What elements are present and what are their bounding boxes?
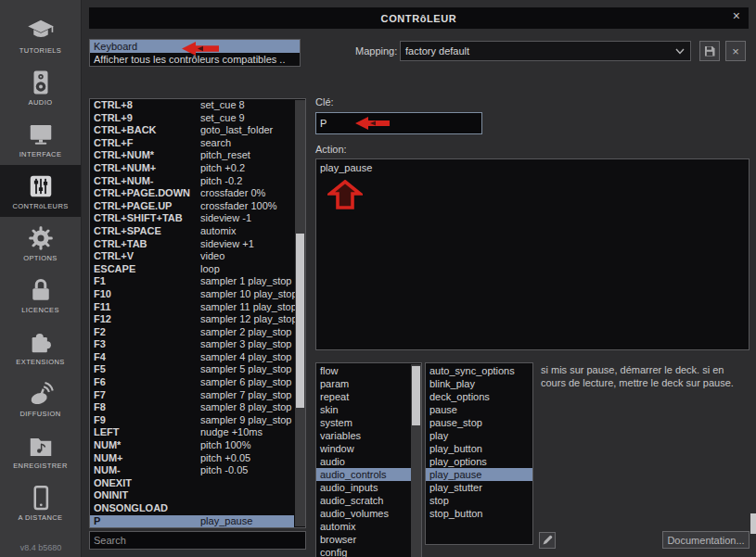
shortcut-row[interactable]: CTRL+NUM*pitch_reset [90,149,294,162]
scrollbar-thumb[interactable] [296,234,304,408]
key-input[interactable] [315,112,482,134]
action-name-row[interactable]: deck_options [426,390,532,403]
action-script-editor[interactable]: play_pause [315,158,750,350]
sidebar-item-options[interactable]: OPTIONS [0,217,81,269]
category-row[interactable]: window [316,442,411,455]
action-script-text: play_pause [320,162,372,173]
broadcast-icon [27,380,55,408]
shortcut-list: CTRL+8set_cue 8CTRL+9set_cue 9CTRL+BACKg… [89,98,306,528]
shortcut-row[interactable]: CTRL+SHIFT+TABsideview -1 [90,212,294,225]
shortcut-row[interactable]: CTRL+9set_cue 9 [90,112,294,125]
app-version: v8.4 b5680 [0,543,82,552]
shortcut-row[interactable]: F9sampler 9 play_stop [90,414,294,427]
category-row[interactable]: audio_scratch [316,494,411,507]
action-name-row[interactable]: blink_play [426,377,532,390]
category-row[interactable]: browser [316,533,411,546]
category-row[interactable]: audio [316,455,411,468]
shortcut-row[interactable]: F3sampler 3 play_stop [90,338,294,351]
category-row[interactable]: config [316,546,411,557]
sidebar-item-a-distance[interactable]: A DISTANCE [0,476,81,528]
shortcut-row[interactable]: CTRL+8set_cue 8 [90,99,294,112]
category-row[interactable]: automix [316,520,411,533]
action-name-row[interactable]: pause [426,403,532,416]
shortcut-row[interactable]: CTRL+Fsearch [90,137,294,150]
shortcut-row[interactable]: F6sampler 6 play_stop [90,376,294,389]
action-name-row[interactable]: stop_button [426,507,532,520]
controller-item-show-all[interactable]: Afficher tous les contrôleurs compatible… [90,53,300,66]
category-row[interactable]: repeat [316,390,411,403]
shortcut-row[interactable]: F2sampler 2 play_stop [90,326,294,339]
shortcut-row[interactable]: F11sampler 11 play_stop [90,301,294,314]
category-row[interactable]: param [316,377,411,390]
controller-list: Keyboard Afficher tous les contrôleurs c… [89,39,301,67]
sidebar-item-label: A DISTANCE [18,513,62,522]
category-row[interactable]: audio_inputs [316,481,411,494]
shortcut-row[interactable]: CTRL+NUM+pitch +0.2 [90,162,294,175]
shortcut-row[interactable]: CTRL+TABsideview +1 [90,238,294,251]
clipped-edge-element [750,513,756,534]
shortcut-row[interactable]: F12sampler 12 play_stop [90,313,294,326]
shortcut-row[interactable]: F8sampler 8 play_stop [90,401,294,414]
edit-action-button[interactable] [539,532,556,549]
sidebar-item-tutoriels[interactable]: TUTORIELS [0,9,81,61]
action-name-row[interactable]: play_pause [426,468,532,481]
shortcut-row[interactable]: ONINIT [90,489,294,502]
controller-item-keyboard[interactable]: Keyboard [90,40,300,53]
shortcut-row[interactable]: F10sampler 10 play_stop [90,288,294,301]
mapping-select[interactable]: factory default [400,41,691,61]
sidebar-item-enregistrer[interactable]: ENREGISTRER [0,424,81,476]
sidebar-item-extensions[interactable]: EXTENSIONS [0,321,81,373]
sidebar-item-audio[interactable]: AUDIO [0,61,81,113]
close-icon: × [732,44,739,58]
shortcut-row[interactable]: NUM+pitch +0.05 [90,452,294,465]
shortcut-row[interactable]: F7sampler 7 play_stop [90,389,294,402]
save-mapping-button[interactable] [699,41,720,61]
category-row[interactable]: variables [316,429,411,442]
shortcut-row[interactable]: CTRL+PAGE.UPcrossfader 100% [90,200,294,213]
sidebar-item-controleurs[interactable]: CONTRôLEURS [0,165,81,217]
action-name-row[interactable]: play_button [426,442,532,455]
shortcut-row[interactable]: ONEXIT [90,477,294,490]
category-row[interactable]: audio_volumes [316,507,411,520]
shortcut-row[interactable]: CTRL+PAGE.DOWNcrossfader 0% [90,187,294,200]
category-row[interactable]: audio_controls [316,468,411,481]
close-icon[interactable]: × [733,8,740,23]
shortcut-row[interactable]: NUM*pitch 100% [90,439,294,452]
shortcut-row[interactable]: LEFTnudge +10ms [90,426,294,439]
sidebar-item-diffusion[interactable]: DIFFUSION [0,373,81,424]
shortcut-row[interactable]: F1sampler 1 play_stop [90,275,294,288]
shortcut-row[interactable]: F4sampler 4 play_stop [90,351,294,364]
sidebar-item-label: OPTIONS [23,254,58,262]
action-name-row[interactable]: stop [426,494,532,507]
shortcut-list-scrollbar[interactable] [295,100,305,526]
category-row[interactable]: skin [316,403,411,416]
sidebar-item-interface[interactable]: INTERFACE [0,113,81,165]
shortcut-row[interactable]: Pplay_pause [90,515,294,528]
speaker-icon [27,69,55,96]
shortcut-row[interactable]: CTRL+SPACEautomix [90,225,294,238]
delete-mapping-button[interactable]: × [725,41,746,61]
key-label: Clé: [315,96,334,108]
annotation-arrow-up-action [327,180,363,209]
action-name-row[interactable]: play_stutter [426,481,532,494]
action-name-row[interactable]: pause_stop [426,416,532,429]
shortcut-row[interactable]: CTRL+Vvideo [90,250,294,263]
shortcut-row[interactable]: ESCAPEloop [90,263,294,276]
category-row[interactable]: system [316,416,411,429]
action-name-row[interactable]: play [426,429,532,442]
sidebar-item-licences[interactable]: LICENCES [0,269,81,321]
search-input[interactable] [89,531,306,550]
category-list-scrollbar[interactable] [411,364,421,557]
action-name-row[interactable]: play_options [426,455,532,468]
action-name-row[interactable]: auto_sync_options [426,364,532,377]
documentation-button[interactable]: Documentation... [662,531,750,549]
shortcut-row[interactable]: CTRL+BACKgoto_last_folder [90,124,294,137]
shortcut-row[interactable]: F5sampler 5 play_stop [90,363,294,376]
sidebar-item-label: LICENCES [21,306,59,314]
shortcut-row[interactable]: NUM-pitch -0.05 [90,464,294,477]
shortcut-row[interactable]: CTRL+NUM-pitch -0.2 [90,175,294,188]
scrollbar-thumb[interactable] [412,366,420,425]
lock-icon [27,276,55,304]
category-row[interactable]: flow [316,364,411,377]
shortcut-row[interactable]: ONSONGLOAD [90,502,294,515]
